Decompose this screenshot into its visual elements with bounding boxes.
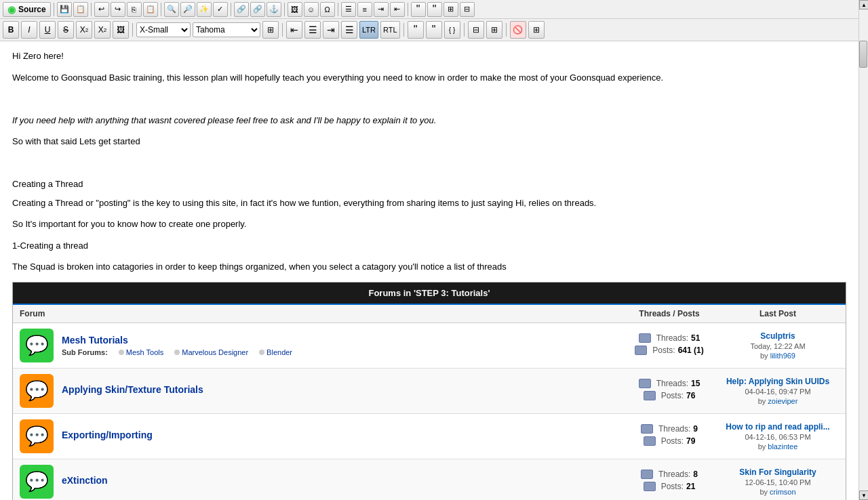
list-ordered-button[interactable]: ≡ (357, 2, 372, 17)
threads-icon-skin (639, 379, 651, 388)
separator (132, 23, 133, 37)
welcome-text: Welcome to Goonsquad Basic training, thi… (12, 71, 846, 85)
sub-dot-marvelous (174, 350, 180, 355)
last-post-applying-skin: Help: Applying Skin UUIDs 04-04-16, 09:4… (717, 377, 839, 405)
last-post-title-export[interactable]: How to rip and read appli... (717, 422, 839, 432)
paste-button[interactable]: 📋 (143, 2, 158, 17)
hr-button[interactable]: ⊟ (460, 2, 475, 17)
separator (284, 3, 285, 16)
scroll-up-arrow[interactable]: ▲ (859, 0, 868, 9)
save-button[interactable]: 💾 (57, 2, 72, 17)
forum-info-applying-skin: Applying Skin/Texture Tutorials (62, 384, 622, 398)
last-post-by-skin: by zoieviper (717, 397, 839, 405)
section1-note-text: So It's important for you to know how to… (12, 217, 846, 231)
special-char-button[interactable]: Ω (320, 2, 335, 17)
last-post-user-extinction[interactable]: crimson (770, 488, 796, 496)
unlink-button[interactable]: 🔗 (250, 2, 265, 17)
image-button[interactable]: 🖼 (288, 2, 302, 17)
separator (54, 3, 54, 16)
source-button[interactable]: ◉ Source (3, 2, 51, 17)
superscript-button[interactable]: X2 (76, 21, 92, 39)
outdent-button[interactable]: ⇤ (390, 2, 405, 17)
bold-button[interactable]: B (3, 21, 19, 39)
forum-info-mesh: Mesh Tutorials Sub Forums: Mesh Tools Ma… (62, 335, 622, 356)
scrollbar-track: ▲ ▼ (859, 0, 868, 500)
threads-icon-mesh (639, 333, 651, 343)
align-left-button[interactable]: ⇤ (286, 21, 302, 39)
block-quote2-button[interactable]: " (427, 2, 442, 17)
forum-name-extinction[interactable]: eXtinction (62, 475, 622, 486)
align-right-button[interactable]: ⇥ (323, 21, 339, 39)
list-unordered-button[interactable]: ☰ (341, 2, 356, 17)
ltr-button[interactable]: LTR (359, 21, 378, 39)
last-post-date-mesh: Today, 12:22 AM (717, 342, 839, 350)
forum-icon-speech-export: 💬 (25, 425, 49, 447)
forum-icon-applying-skin: 💬 (20, 374, 54, 408)
smiley-button[interactable]: ☺ (304, 2, 319, 17)
source2-button[interactable]: 🚫 (510, 21, 526, 39)
italic-button[interactable]: I (21, 21, 37, 39)
section1-title-text: Creating a Thread (12, 178, 846, 191)
find-button[interactable]: 🔍 (164, 2, 179, 17)
link-button[interactable]: 🔗 (234, 2, 249, 17)
last-post-title-skin[interactable]: Help: Applying Skin UUIDs (717, 377, 839, 386)
align-justify-button[interactable]: ☰ (341, 21, 357, 39)
copy-button[interactable]: ⎘ (127, 2, 142, 17)
table-format-button[interactable]: ⊟ (468, 21, 484, 39)
sub-link-mesh-tools[interactable]: Mesh Tools (126, 348, 163, 356)
grid-button[interactable]: ⊞ (486, 21, 502, 39)
format-menu-button[interactable]: ⊞ (262, 21, 279, 39)
forum-name-applying-skin[interactable]: Applying Skin/Texture Tutorials (62, 384, 622, 395)
last-post-user-skin[interactable]: zoieviper (768, 397, 797, 405)
forum-icon-speech-extinction: 💬 (25, 470, 49, 493)
redo-button[interactable]: ↪ (111, 2, 125, 17)
blockquote-format-button[interactable]: " (408, 21, 424, 39)
preview-button[interactable]: ⊞ (528, 21, 545, 39)
posts-icon-export (644, 436, 656, 446)
marks-button[interactable]: ✓ (213, 2, 228, 17)
threads-posts-exporting: Threads: 9 Posts: 79 (622, 424, 717, 449)
anchor-button[interactable]: ⚓ (267, 2, 281, 17)
align-center-button[interactable]: ☰ (304, 21, 321, 39)
table-button[interactable]: ⊞ (443, 2, 458, 17)
col-header-threads-posts: Threads / Posts (622, 309, 717, 318)
magic-button[interactable]: ✨ (197, 2, 212, 17)
forum-info-exporting: Exporting/Importing (62, 430, 622, 443)
separator (282, 23, 283, 37)
rtl-button[interactable]: RTL (380, 21, 400, 39)
sub-link-blender[interactable]: Blender (267, 348, 292, 356)
underline-button[interactable]: U (39, 21, 56, 39)
scrollbar-thumb[interactable] (859, 41, 867, 68)
find-replace-button[interactable]: 🔎 (180, 2, 195, 17)
font-size-select[interactable]: X-Small Small Medium Large X-Large (136, 22, 191, 37)
block-quote-button[interactable]: " (411, 2, 426, 17)
last-post-exporting: How to rip and read appli... 04-12-16, 0… (717, 422, 839, 451)
greeting-text: Hi Zero here! (12, 49, 846, 63)
sub-link-marvelous[interactable]: Marvelous Designer (182, 348, 248, 356)
code-button[interactable]: { } (444, 21, 460, 39)
last-post-title-mesh[interactable]: Sculptris (717, 331, 839, 341)
help-note-text: If you need help with anything that wasn… (12, 114, 846, 127)
remove-format-button[interactable]: " (426, 21, 442, 39)
font-family-select[interactable]: Tahoma Arial Times New Roman Courier New (193, 22, 260, 37)
forum-name-mesh[interactable]: Mesh Tutorials (62, 335, 622, 346)
last-post-user-export[interactable]: blazintee (768, 442, 797, 451)
last-post-user-mesh[interactable]: lilith969 (770, 352, 795, 360)
editor-area[interactable]: Hi Zero here! Welcome to Goonsquad Basic… (0, 41, 859, 500)
open-button[interactable]: 📋 (73, 2, 88, 17)
forum-name-exporting[interactable]: Exporting/Importing (62, 430, 622, 440)
forum-col-headers: Forum Threads / Posts Last Post (13, 305, 846, 323)
subscript-button[interactable]: X2 (94, 21, 111, 39)
scroll-down-arrow[interactable]: ▼ (859, 491, 868, 500)
threads-posts-mesh: Threads: 51 Posts: 641 (1) (622, 333, 717, 358)
forum-row-exporting: 💬 Exporting/Importing Threads: 9 (13, 414, 846, 459)
image-inline-button[interactable]: 🖼 (113, 21, 129, 39)
indent-button[interactable]: ⇥ (374, 2, 389, 17)
last-post-title-extinction[interactable]: Skin For Singularity (717, 467, 839, 477)
undo-button[interactable]: ↩ (94, 2, 109, 17)
strikethrough-button[interactable]: S (58, 21, 74, 39)
separator (161, 3, 161, 16)
last-post-mesh: Sculptris Today, 12:22 AM by lilith969 (717, 331, 839, 360)
separator (338, 3, 338, 16)
last-post-extinction: Skin For Singularity 12-06-15, 10:40 PM … (717, 467, 839, 496)
